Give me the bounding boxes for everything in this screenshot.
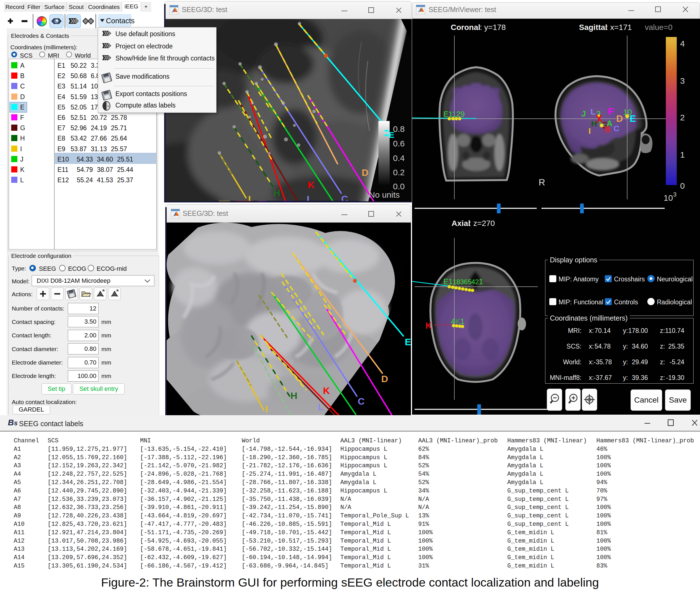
svg-text:E: E (630, 113, 636, 124)
svg-text:10: 10 (664, 193, 673, 202)
svg-text:Axial: Axial (451, 219, 470, 228)
svg-text:I: I (265, 404, 268, 414)
svg-text:R: R (539, 177, 545, 187)
svg-text:0.4: 0.4 (393, 153, 405, 163)
svg-text:J: J (581, 109, 586, 118)
svg-text:D: D (381, 373, 388, 384)
svg-text:C: C (358, 396, 365, 406)
svg-text:value=0: value=0 (645, 23, 672, 32)
svg-text:K: K (308, 180, 315, 190)
svg-text:E: E (405, 337, 411, 347)
svg-text:F: F (608, 106, 614, 116)
svg-text:K: K (426, 321, 432, 331)
svg-text:2: 2 (680, 113, 685, 122)
svg-text:0.2: 0.2 (393, 168, 405, 177)
svg-text:C: C (614, 124, 620, 133)
svg-text:3: 3 (673, 191, 676, 198)
svg-text:No units: No units (369, 190, 400, 199)
svg-text:L: L (318, 401, 324, 412)
svg-text:E118365421: E118365421 (443, 277, 483, 286)
svg-text:I: I (589, 126, 591, 135)
svg-text:Coronal: Coronal (451, 23, 480, 32)
svg-text:Sagittal: Sagittal (579, 23, 607, 32)
svg-text:: y=178: : y=178 (480, 23, 506, 32)
svg-text:H: H (273, 188, 281, 198)
svg-text:: x=171: : x=171 (606, 23, 632, 32)
svg-text:1: 1 (680, 150, 685, 159)
svg-text:D: D (362, 167, 369, 178)
svg-text:0.6: 0.6 (393, 139, 405, 148)
svg-text:H: H (291, 390, 297, 401)
svg-text:0.0: 0.0 (393, 182, 405, 191)
svg-text:0: 0 (680, 181, 685, 190)
svg-text:0.8: 0.8 (393, 124, 405, 133)
svg-text:L: L (590, 107, 595, 116)
svg-text:: z=270: : z=270 (469, 219, 495, 228)
svg-text:E: E (389, 130, 394, 140)
svg-text:B: B (604, 125, 611, 134)
svg-text:D: D (616, 113, 623, 124)
svg-text:E1129: E1129 (443, 110, 465, 118)
svg-text:4: 4 (680, 39, 685, 48)
svg-text:K: K (323, 385, 330, 396)
svg-text:3: 3 (680, 76, 685, 85)
svg-text:H: H (591, 119, 597, 128)
